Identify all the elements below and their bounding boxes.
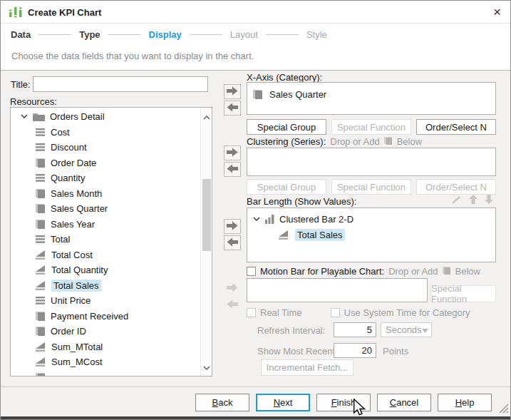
move-left-button-xaxis[interactable] <box>224 101 241 116</box>
tree-item-label: Quantity <box>51 173 85 183</box>
chevron-down-icon[interactable] <box>21 114 28 119</box>
motion-bar-checkbox[interactable] <box>247 267 256 276</box>
tree-item-payment-received[interactable]: Payment Received <box>11 309 200 324</box>
tree-item-label: Orders Detail <box>50 111 105 122</box>
resize-grip[interactable] <box>498 403 508 415</box>
tree-item-total-sales[interactable]: Total Sales <box>11 278 200 294</box>
real-time-checkbox <box>247 308 256 317</box>
motion-hint-prefix: Drop or Add <box>388 266 438 277</box>
help-button[interactable]: Help <box>438 394 492 411</box>
arrow-left-icon <box>227 103 238 114</box>
triangle-icon <box>36 281 46 290</box>
xaxis-item-sales-quarter[interactable]: Sales Quarter <box>253 87 326 101</box>
tree-item-total[interactable]: Total <box>11 232 200 247</box>
refresh-interval-input[interactable] <box>334 322 376 337</box>
bar-value-label: Total Sales <box>295 229 345 241</box>
move-right-button-barlength[interactable] <box>224 219 241 234</box>
clustering-special-group-button: Special Group <box>247 179 326 195</box>
tree-item-sum-mtotal[interactable]: Sum_MTotal <box>11 339 200 355</box>
tree-item-label: Order Date <box>51 158 96 168</box>
tree-item-order-date[interactable]: Order Date <box>11 155 200 171</box>
clustering-label: Clustering (Series): <box>247 136 326 147</box>
step-layout[interactable]: Layout <box>230 29 258 40</box>
tree-item-order-id[interactable]: Order ID <box>11 324 200 339</box>
show-most-recent-input[interactable] <box>334 343 376 358</box>
xaxis-order-select-n-button[interactable]: Order/Select N <box>416 119 496 135</box>
add-below-icon <box>443 266 451 277</box>
tree-item-sales-month[interactable]: Sales Month <box>11 186 200 202</box>
tree-item-label: Unit Price <box>51 295 91 306</box>
resources-label: Resources: <box>10 96 57 107</box>
move-right-button-xaxis[interactable] <box>224 84 241 99</box>
xaxis-special-group-button[interactable]: Special Group <box>247 119 326 135</box>
step-style[interactable]: Style <box>306 29 327 40</box>
bar-chart-type-row[interactable]: Clustered Bar 2-D <box>247 211 495 227</box>
bar-length-label: Bar Length (Show Values): <box>247 196 356 207</box>
footer-buttons: BackNextFinishCancelHelp <box>195 394 492 411</box>
step-connector <box>108 34 141 35</box>
close-icon[interactable]: × <box>493 4 501 21</box>
motion-hint-suffix: Below <box>455 266 480 277</box>
clustering-header: Clustering (Series): Drop or Add Below <box>247 136 422 147</box>
square-icon <box>36 204 46 213</box>
tree-item-unit-price[interactable]: Unit Price <box>11 293 200 309</box>
chevron-down-icon[interactable] <box>253 217 260 222</box>
tree-item-sum-mcost[interactable]: Sum_MCost <box>11 354 200 370</box>
move-down-icon <box>484 195 494 206</box>
cancel-button[interactable]: Cancel <box>377 394 431 411</box>
tree-item-label: Cost <box>51 127 70 138</box>
system-time-checkbox <box>331 308 340 317</box>
step-connector <box>266 34 299 35</box>
tree-item-orders-detail[interactable]: Orders Detail <box>11 109 200 125</box>
xaxis-special-function-button: Special Function <box>331 119 411 135</box>
tree-item-quantity[interactable]: Quantity <box>11 170 200 186</box>
square-icon <box>36 373 46 376</box>
tree-scrollbar[interactable] <box>200 108 212 376</box>
tree-item-cost[interactable]: Cost <box>11 125 200 140</box>
next-button[interactable]: Next <box>256 394 310 411</box>
window-bottom-edge <box>1 416 510 419</box>
scroll-up-icon[interactable] <box>203 111 210 122</box>
clustering-order-select-n-button: Order/Select N <box>416 179 496 195</box>
tree-item-total-quantity[interactable]: Total Quantity <box>11 262 200 278</box>
step-connector <box>190 34 222 35</box>
move-right-button-clustering[interactable] <box>224 145 241 160</box>
tree-item-sales-quarter[interactable]: Sales Quarter <box>11 201 200 217</box>
step-type[interactable]: Type <box>79 29 100 40</box>
scrollbar-thumb[interactable] <box>202 179 211 251</box>
tree-item-label: Total Sales <box>51 280 101 292</box>
incremental-fetch-button: Incremental Fetch... <box>261 359 353 376</box>
bar-length-tools <box>452 195 494 206</box>
step-connector <box>38 34 71 35</box>
refresh-unit-select: Seconds <box>381 322 432 337</box>
tree-item-discount[interactable]: Discount <box>11 140 200 155</box>
back-button[interactable]: Back <box>195 394 249 411</box>
arrow-left-icon <box>227 299 238 311</box>
chart-title-input[interactable] <box>33 76 208 92</box>
step-display[interactable]: Display <box>149 29 182 40</box>
finish-button[interactable]: Finish <box>316 394 371 411</box>
scroll-down-icon[interactable] <box>203 362 210 372</box>
tree-item-sales-year[interactable]: Sales Year <box>11 217 200 232</box>
bar-value-row[interactable]: Total Sales <box>247 227 495 242</box>
lines-icon <box>36 297 46 304</box>
edit-icon <box>452 195 463 206</box>
move-left-button-barlength[interactable] <box>224 235 241 250</box>
bar-chart-icon <box>265 215 275 224</box>
tree-item-total-cost[interactable]: Total Cost <box>11 247 200 263</box>
move-left-button-clustering[interactable] <box>224 162 241 177</box>
step-data[interactable]: Data <box>11 29 31 40</box>
tree-item-label: Sales Quarter <box>51 203 108 214</box>
tree-item-label: Sum_MCost <box>51 357 103 367</box>
arrow-right-icon <box>227 283 238 294</box>
step-description: Choose the data fields that you want to … <box>11 51 254 61</box>
tree-item-partial[interactable] <box>11 370 200 377</box>
xaxis-label: X-Axis (Category): <box>247 72 322 83</box>
measure-icon <box>279 230 289 240</box>
tree-item-label: Payment Received <box>51 311 128 322</box>
triangle-icon <box>36 357 46 367</box>
bar-chart-type-label: Clustered Bar 2-D <box>279 214 353 225</box>
motion-bar-label: Motion Bar for Playable Chart: <box>260 266 384 277</box>
move-up-icon <box>468 195 478 206</box>
tree-item-label: Sales Year <box>51 219 95 230</box>
